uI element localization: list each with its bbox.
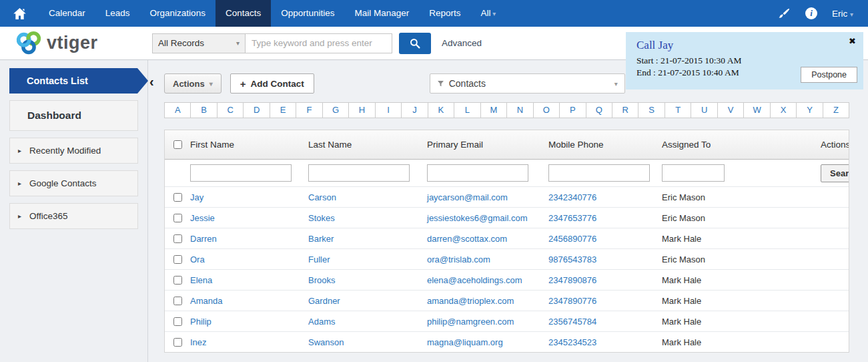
cell-last-name[interactable]: Adams (307, 317, 426, 327)
nav-item-opportunities[interactable]: Opportunities (271, 0, 344, 27)
nav-item-reports[interactable]: Reports (419, 0, 470, 27)
row-checkbox[interactable] (173, 234, 182, 243)
cell-mobile-phone[interactable]: 2342340776 (547, 192, 661, 202)
alphabet-k[interactable]: K (428, 102, 454, 118)
cell-first-name[interactable]: Jay (189, 192, 307, 202)
alphabet-s[interactable]: S (638, 102, 665, 118)
cell-first-name[interactable]: Jessie (189, 213, 307, 223)
sidebar-item-google-contacts[interactable]: ▸Google Contacts (9, 170, 138, 196)
alphabet-a[interactable]: A (164, 102, 191, 118)
row-checkbox[interactable] (173, 297, 182, 305)
paintbrush-icon[interactable] (777, 7, 791, 20)
alphabet-v[interactable]: V (717, 102, 744, 118)
user-menu[interactable]: Eric ▾ (832, 9, 853, 19)
cell-first-name[interactable]: Amanda (189, 296, 307, 306)
nav-item-organizations[interactable]: Organizations (140, 0, 215, 27)
global-search-input[interactable] (246, 33, 392, 53)
alphabet-j[interactable]: J (401, 102, 428, 118)
filter-input-mobile-phone[interactable] (548, 164, 650, 182)
alphabet-z[interactable]: Z (823, 102, 849, 118)
row-checkbox[interactable] (173, 276, 182, 285)
list-filter-select[interactable]: Contacts ▾ (430, 73, 625, 94)
cell-last-name[interactable]: Brooks (307, 275, 426, 285)
row-checkbox[interactable] (173, 338, 182, 347)
cell-mobile-phone[interactable]: 9876543783 (547, 254, 661, 264)
cell-primary-email[interactable]: amanda@trioplex.com (426, 296, 547, 306)
sidebar-item-recently-modified[interactable]: ▸Recently Modified (9, 138, 138, 164)
cell-first-name[interactable]: Darren (189, 234, 307, 244)
alphabet-q[interactable]: Q (586, 102, 612, 118)
global-search-button[interactable] (399, 33, 431, 54)
alphabet-y[interactable]: Y (796, 102, 823, 118)
table-search-button[interactable]: Search (821, 164, 849, 182)
sidebar-item-office365[interactable]: ▸Office365 (9, 203, 138, 229)
alphabet-x[interactable]: X (770, 102, 797, 118)
cell-primary-email[interactable]: darren@scottax.com (426, 234, 547, 244)
row-checkbox[interactable] (173, 214, 182, 222)
row-checkbox[interactable] (173, 193, 182, 202)
cell-last-name[interactable]: Swanson (307, 337, 426, 347)
cell-first-name[interactable]: Ora (189, 254, 307, 264)
cell-first-name[interactable]: Philip (189, 317, 307, 327)
cell-primary-email[interactable]: ora@trislab.com (426, 254, 547, 264)
filter-input-first-name[interactable] (190, 164, 292, 182)
alphabet-b[interactable]: B (190, 102, 217, 118)
alphabet-n[interactable]: N (506, 102, 533, 118)
alphabet-c[interactable]: C (217, 102, 244, 118)
alphabet-i[interactable]: I (375, 102, 402, 118)
nav-item-contacts[interactable]: Contacts (215, 0, 271, 27)
cell-mobile-phone[interactable]: 2356745784 (547, 317, 661, 327)
home-icon[interactable] (0, 0, 39, 27)
row-checkbox[interactable] (173, 317, 182, 326)
col-header-assigned-to[interactable]: Assigned To (661, 140, 819, 150)
cell-last-name[interactable]: Fuller (307, 254, 426, 264)
sidebar-item-contacts-list[interactable]: Contacts List (9, 68, 137, 94)
row-checkbox[interactable] (173, 255, 182, 264)
col-header-last-name[interactable]: Last Name (307, 140, 426, 150)
cell-mobile-phone[interactable]: 2345234523 (547, 337, 661, 347)
cell-primary-email[interactable]: jessiestokes6@gmail.com (426, 213, 547, 223)
nav-item-all[interactable]: All ▾ (471, 0, 506, 27)
filter-input-assigned-to[interactable] (662, 164, 725, 182)
cell-mobile-phone[interactable]: 2347890776 (547, 296, 661, 306)
alphabet-r[interactable]: R (612, 102, 638, 118)
cell-primary-email[interactable]: magna@liquam.org (426, 337, 547, 347)
filter-input-primary-email[interactable] (427, 164, 528, 182)
nav-item-mail-manager[interactable]: Mail Manager (344, 0, 419, 27)
postpone-button[interactable]: Postpone (801, 67, 857, 83)
nav-item-leads[interactable]: Leads (95, 0, 140, 27)
cell-last-name[interactable]: Barker (307, 234, 426, 244)
close-icon[interactable]: ✖ (849, 36, 856, 46)
cell-last-name[interactable]: Stokes (307, 213, 426, 223)
cell-last-name[interactable]: Gardner (307, 296, 426, 306)
cell-primary-email[interactable]: philip@namgreen.com (426, 317, 547, 327)
cell-first-name[interactable]: Elena (189, 275, 307, 285)
vtiger-logo[interactable]: vtiger (13, 31, 152, 56)
cell-first-name[interactable]: Inez (189, 337, 307, 347)
alphabet-g[interactable]: G (322, 102, 349, 118)
filter-input-last-name[interactable] (308, 164, 410, 182)
nav-item-calendar[interactable]: Calendar (39, 0, 95, 27)
cell-primary-email[interactable]: jaycarson@mail.com (426, 192, 547, 202)
select-all-checkbox[interactable] (173, 140, 182, 149)
cell-mobile-phone[interactable]: 2347653776 (547, 213, 661, 223)
add-contact-button[interactable]: + Add Contact (230, 73, 314, 94)
sidebar-collapse-icon[interactable]: ‹ (149, 75, 154, 88)
alphabet-h[interactable]: H (348, 102, 375, 118)
col-header-primary-email[interactable]: Primary Email (426, 140, 547, 150)
cell-primary-email[interactable]: elena@aceholdings.com (426, 275, 547, 285)
reminder-title[interactable]: Call Jay (626, 32, 863, 55)
alphabet-p[interactable]: P (559, 102, 586, 118)
alphabet-d[interactable]: D (243, 102, 270, 118)
col-header-first-name[interactable]: First Name (189, 140, 307, 150)
search-scope-select[interactable]: All Records ▾ (152, 33, 246, 53)
alphabet-l[interactable]: L (454, 102, 480, 118)
cell-last-name[interactable]: Carson (307, 192, 426, 202)
info-icon[interactable]: i (805, 7, 817, 19)
cell-mobile-phone[interactable]: 2347890876 (547, 275, 661, 285)
alphabet-f[interactable]: F (296, 102, 322, 118)
advanced-search-link[interactable]: Advanced (442, 38, 482, 48)
alphabet-e[interactable]: E (270, 102, 296, 118)
alphabet-t[interactable]: T (665, 102, 691, 118)
alphabet-o[interactable]: O (533, 102, 560, 118)
